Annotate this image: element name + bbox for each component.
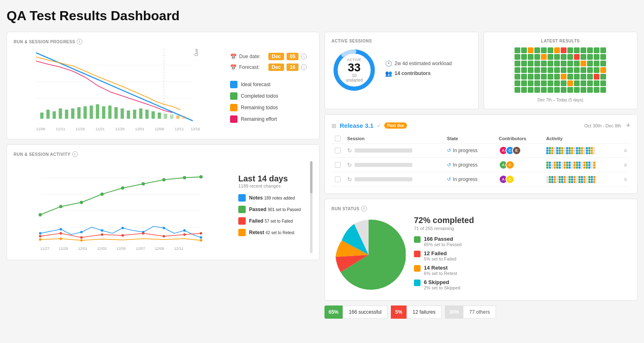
- result-cell: [587, 74, 593, 80]
- remaining-todos-label: Remaining todos: [241, 105, 278, 110]
- activity-legend-notes: Notes 189 notes added: [238, 194, 307, 202]
- svg-point-63: [80, 236, 83, 239]
- passed-detail: 901 set to Passed: [268, 207, 301, 212]
- failed-label: Failed: [249, 218, 263, 224]
- row-menu-icon[interactable]: ≡: [624, 147, 627, 154]
- bottom-bar-pct-2: 30%: [445, 305, 463, 319]
- svg-text:11/27: 11/27: [40, 247, 50, 251]
- run-legend-text: 166 Passed 65% set to Passed: [424, 236, 462, 247]
- result-cell: [567, 67, 573, 73]
- svg-rect-18: [115, 107, 118, 119]
- svg-rect-15: [96, 104, 99, 119]
- due-date-info-icon[interactable]: i: [301, 54, 307, 59]
- svg-point-45: [80, 201, 83, 204]
- add-release-icon[interactable]: +: [626, 121, 630, 130]
- row-checkbox[interactable]: [335, 148, 341, 153]
- refresh-icon[interactable]: ↻: [347, 162, 352, 168]
- svg-text:11/26: 11/26: [115, 127, 125, 131]
- run-legend-6-skipped: 6 Skipped 2% set to Skipped: [414, 279, 630, 290]
- release-card: ⊞ Release 3.1 ✓ Past due Oct 30th - Dec …: [324, 114, 637, 194]
- row-menu-icon[interactable]: ≡: [624, 162, 627, 168]
- result-cell: [541, 54, 547, 60]
- completed-todos-color: [230, 92, 237, 100]
- result-cell: [528, 54, 534, 60]
- run-legend-color: [414, 280, 421, 286]
- retest-label: Retest: [249, 230, 264, 235]
- result-cell: [554, 87, 560, 93]
- passed-color: [238, 206, 246, 213]
- result-cell: [567, 80, 573, 86]
- bottom-bar-label-0: 166 successful: [343, 305, 388, 319]
- svg-rect-9: [59, 108, 62, 119]
- status-tag: ↺ In progress: [447, 162, 492, 168]
- svg-point-67: [163, 235, 165, 237]
- svg-rect-21: [133, 110, 136, 119]
- run-status-card: RUN STATUS i: [324, 199, 637, 301]
- result-cell: [600, 47, 606, 53]
- result-cell: [574, 61, 580, 66]
- result-cell: [521, 87, 527, 93]
- bottom-bar-label-1: 12 failures: [407, 305, 442, 319]
- run-legend-color: [414, 236, 421, 243]
- forecast-month-badge[interactable]: Dec: [268, 63, 284, 71]
- svg-point-68: [183, 233, 186, 236]
- due-month-badge[interactable]: Dec: [268, 53, 284, 60]
- status-text: In progress: [453, 162, 477, 168]
- result-cell: [554, 67, 560, 73]
- avatar: C: [505, 175, 515, 184]
- donut-count: 33: [343, 62, 366, 73]
- progress-chart: 11/06 11/11 11/16 11/21 11/26 12/01 12/0…: [14, 49, 223, 131]
- result-cell: [574, 87, 580, 93]
- svg-rect-28: [176, 115, 180, 119]
- bottom-bar-pct-0: 65%: [324, 305, 343, 319]
- result-cell: [600, 80, 606, 86]
- row-menu-icon[interactable]: ≡: [624, 176, 627, 183]
- remaining-effort-label: Remaining effort: [241, 116, 277, 122]
- bottom-bar-label-2: 77 others: [463, 305, 496, 319]
- activity-legend-retest: Retest 42 set to Retest: [238, 229, 307, 236]
- run-activity-info-icon[interactable]: i: [72, 151, 78, 157]
- run-progress-info-icon[interactable]: i: [77, 39, 82, 45]
- row-checkbox[interactable]: [335, 162, 341, 168]
- run-legend-12-failed: 12 Failed 5% set to Failed: [414, 250, 630, 261]
- result-cell: [521, 74, 527, 80]
- svg-rect-23: [146, 110, 149, 119]
- due-day-badge[interactable]: 05: [287, 53, 298, 60]
- svg-rect-12: [78, 107, 81, 119]
- avatar: C: [505, 160, 515, 169]
- run-status-info-icon[interactable]: i: [361, 206, 367, 211]
- result-cell: [528, 47, 534, 53]
- active-sessions-section-label: ACTIVE SESSIONS: [331, 39, 372, 43]
- svg-text:11/29: 11/29: [59, 247, 68, 251]
- svg-rect-13: [84, 106, 87, 119]
- run-legend-14-retest: 14 Retest 6% set to Retest: [414, 265, 630, 276]
- contributors-cell: AC: [496, 172, 543, 187]
- release-name[interactable]: Release 3.1: [340, 122, 374, 129]
- completed-todos-label: Completed todos: [241, 93, 278, 99]
- page-title: QA Test Results Dashboard: [7, 8, 637, 23]
- row-checkbox[interactable]: [335, 176, 341, 182]
- select-all-checkbox[interactable]: [335, 136, 341, 141]
- refresh-icon[interactable]: ↻: [347, 176, 352, 183]
- result-cell: [528, 67, 534, 73]
- run-activity-label: RUN & SESSION ACTIVITY: [14, 152, 71, 157]
- refresh-icon[interactable]: ↻: [347, 147, 352, 154]
- result-cell: [594, 87, 599, 93]
- result-cell: [567, 54, 573, 60]
- svg-point-73: [200, 239, 202, 242]
- result-cell: [567, 87, 573, 93]
- failed-detail: 57 set to Failed: [265, 219, 293, 223]
- result-cell: [528, 74, 534, 80]
- result-cell: [574, 80, 580, 86]
- result-cell: [574, 54, 580, 60]
- result-cell: [561, 74, 566, 80]
- session-bar: [355, 177, 412, 181]
- run-session-progress-card: RUN & SESSION PROGRESS i Due: [7, 32, 320, 139]
- workload-text: 2w 4d estimated workload: [395, 61, 452, 66]
- result-cell: [541, 87, 547, 93]
- svg-text:12/07: 12/07: [136, 247, 146, 251]
- forecast-day-badge[interactable]: 16: [287, 63, 298, 71]
- result-cell: [548, 80, 553, 86]
- forecast-info-icon[interactable]: i: [301, 64, 307, 70]
- svg-point-64: [101, 233, 103, 236]
